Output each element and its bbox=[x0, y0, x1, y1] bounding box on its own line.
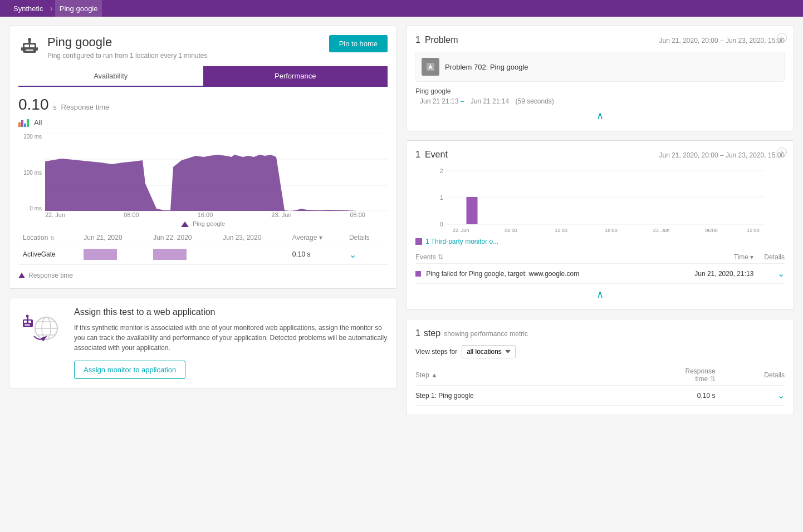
svg-rect-3 bbox=[26, 50, 33, 51]
view-steps-label: View steps for bbox=[415, 348, 457, 356]
svg-rect-9 bbox=[21, 120, 23, 127]
response-time-unit: s bbox=[53, 103, 57, 111]
jun23-sparkline bbox=[218, 244, 288, 265]
tab-availability[interactable]: Availability bbox=[18, 66, 203, 86]
problem-duration: (59 seconds) bbox=[516, 97, 554, 105]
event-details-chevron[interactable]: ⌄ bbox=[777, 269, 785, 278]
step-name: Step 1: Ping google bbox=[415, 386, 613, 406]
table-row: ActiveGate 0.10 s bbox=[18, 244, 388, 265]
chart-x-0800: 08:00 bbox=[124, 211, 139, 218]
step-label: step bbox=[424, 328, 440, 338]
problem-title-row: 1 Problem Jun 21, 2020, 20:00 – Jun 23, … bbox=[415, 35, 785, 45]
col-events: Events ⇅ bbox=[415, 251, 664, 264]
event-collapse-button[interactable]: ∧ bbox=[415, 288, 785, 301]
svg-rect-8 bbox=[18, 122, 21, 127]
filter-row: All bbox=[18, 118, 388, 127]
problem-timing: Jun 21 21:13 – Jun 21 21:14 (59 seconds) bbox=[415, 97, 785, 105]
svg-point-29 bbox=[26, 315, 29, 318]
event-count: 1 bbox=[415, 150, 420, 160]
assign-title: Assign this test to a web application bbox=[74, 307, 388, 317]
location-table: Location ⇅ Jun 21, 2020 Jun 22, 2020 Jun… bbox=[18, 231, 388, 265]
assign-description: If this synthetic monitor is associated … bbox=[74, 323, 388, 353]
problem-count: 1 bbox=[415, 35, 420, 45]
svg-marker-16 bbox=[45, 155, 357, 211]
left-column: Ping google Ping configured to run from … bbox=[9, 26, 397, 415]
filter-all-label[interactable]: All bbox=[34, 119, 42, 127]
svg-rect-10 bbox=[24, 124, 26, 127]
step-card: 1 step showing performance metric View s… bbox=[406, 319, 794, 415]
col-jun23: Jun 23, 2020 bbox=[218, 231, 288, 244]
chart-y-label-200: 200 ms bbox=[23, 134, 42, 140]
monitor-header: Ping google Ping configured to run from … bbox=[18, 35, 388, 60]
problem-collapse-button[interactable]: ∧ bbox=[415, 110, 785, 122]
svg-marker-17 bbox=[181, 221, 189, 227]
monitor-tabs: Availability Performance bbox=[18, 66, 388, 87]
right-panel: i 1 Problem Jun 21, 2020, 20:00 – Jun 23… bbox=[406, 26, 794, 415]
col-location: Location ⇅ bbox=[18, 231, 79, 244]
view-steps-row: View steps for all locations bbox=[415, 345, 785, 358]
svg-rect-26 bbox=[28, 321, 31, 323]
svg-rect-6 bbox=[21, 47, 23, 51]
problem-item-icon bbox=[422, 58, 439, 76]
chart-x-23jun: 23. Jun bbox=[271, 211, 291, 218]
location-name: ActiveGate bbox=[18, 244, 79, 265]
col-jun21: Jun 21, 2020 bbox=[79, 231, 149, 244]
svg-rect-25 bbox=[24, 321, 27, 323]
problem-time-from: Jun 21 21:13 bbox=[420, 97, 458, 105]
step-details-chevron[interactable]: ⌄ bbox=[777, 391, 785, 400]
problem-time-to: Jun 21 21:14 bbox=[471, 97, 509, 105]
step-header: 1 step showing performance metric bbox=[415, 328, 785, 338]
events-table: Events ⇅ Time ▾ Details Ping failed for … bbox=[415, 251, 785, 284]
response-time-value: 0.10 bbox=[18, 96, 49, 113]
monitor-description: Ping configured to run from 1 location e… bbox=[47, 52, 207, 60]
chart-x-0800b: 08:00 bbox=[350, 211, 365, 218]
svg-point-5 bbox=[28, 38, 31, 41]
response-time-legend: Response time bbox=[18, 272, 388, 279]
steps-table: Step ▲ Responsetime ⇅ Details Step 1: Pi… bbox=[415, 365, 785, 406]
main-layout: Ping google Ping configured to run from … bbox=[0, 17, 803, 424]
jun21-sparkline bbox=[79, 244, 149, 265]
col-details: Details bbox=[345, 231, 388, 244]
svg-text:06:00: 06:00 bbox=[505, 228, 517, 233]
breadcrumb: Synthetic › Ping google bbox=[0, 0, 803, 17]
tab-performance[interactable]: Performance bbox=[203, 66, 388, 86]
chart-y-label-100: 100 ms bbox=[23, 170, 42, 176]
pin-to-home-button[interactable]: Pin to home bbox=[329, 35, 388, 52]
event-date-range: Jun 21, 2020, 20:00 – Jun 23, 2020, 15:0… bbox=[659, 151, 785, 159]
assign-monitor-button[interactable]: Assign monitor to application bbox=[74, 361, 185, 379]
event-legend-label: 1 Third-party monitor o... bbox=[425, 238, 498, 245]
event-dot-icon bbox=[415, 271, 421, 277]
col-details-ev: Details bbox=[753, 251, 785, 264]
assign-illustration bbox=[18, 307, 63, 346]
svg-text:22. Jun: 22. Jun bbox=[453, 228, 469, 233]
svg-text:18:00: 18:00 bbox=[605, 228, 618, 233]
assign-icon bbox=[18, 307, 63, 346]
svg-rect-2 bbox=[30, 45, 35, 47]
svg-text:23. Jun: 23. Jun bbox=[653, 228, 670, 233]
bar-chart-icon bbox=[18, 118, 30, 127]
step-response-time: 0.10 s bbox=[613, 386, 715, 406]
event-legend-item[interactable]: 1 Third-party monitor o... bbox=[415, 238, 785, 245]
problem-info-icon[interactable]: i bbox=[777, 33, 787, 43]
nav-ping-google[interactable]: Ping google bbox=[55, 0, 102, 17]
svg-text:06:00: 06:00 bbox=[705, 228, 718, 233]
svg-rect-27 bbox=[25, 324, 30, 326]
details-chevron[interactable]: ⌄ bbox=[349, 250, 356, 259]
svg-rect-11 bbox=[27, 119, 29, 127]
chart-x-1600: 16:00 bbox=[198, 211, 213, 218]
monitor-title-text: Ping google Ping configured to run from … bbox=[47, 35, 207, 60]
problem-item[interactable]: Problem 702: Ping google bbox=[415, 52, 785, 82]
nav-synthetic[interactable]: Synthetic bbox=[9, 0, 47, 17]
col-time: Time ▾ bbox=[664, 251, 753, 264]
event-info-icon[interactable]: i bbox=[777, 147, 787, 157]
step-table-row: Step 1: Ping google 0.10 s ⌄ bbox=[415, 386, 785, 406]
monitor-title-section: Ping google Ping configured to run from … bbox=[18, 35, 207, 60]
chart-x-labels: 22. Jun 08:00 16:00 23. Jun 08:00 bbox=[18, 211, 388, 218]
jun22-sparkline bbox=[149, 244, 218, 265]
response-time-label: Response time bbox=[61, 103, 110, 111]
monitor-name: Ping google bbox=[47, 35, 207, 50]
location-select[interactable]: all locations bbox=[462, 345, 516, 358]
problem-card: i 1 Problem Jun 21, 2020, 20:00 – Jun 23… bbox=[406, 26, 794, 131]
event-description: Ping failed for Ping google, target: www… bbox=[415, 264, 664, 284]
svg-rect-7 bbox=[36, 47, 38, 51]
